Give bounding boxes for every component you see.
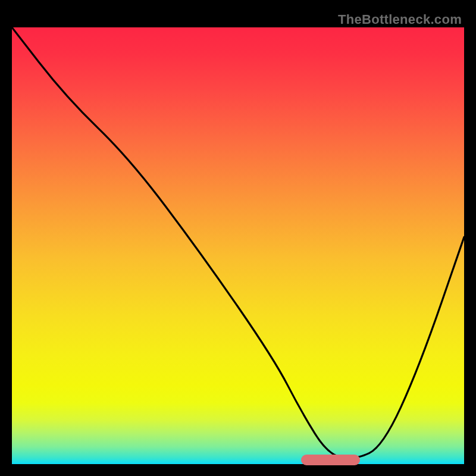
chart-plot-area <box>12 27 464 464</box>
bottleneck-curve <box>12 27 464 464</box>
optimal-range-marker <box>301 455 360 465</box>
bottleneck-curve-path <box>12 27 464 458</box>
watermark-label: TheBottleneck.com <box>338 12 462 27</box>
chart-frame: TheBottleneck.com <box>12 12 464 464</box>
